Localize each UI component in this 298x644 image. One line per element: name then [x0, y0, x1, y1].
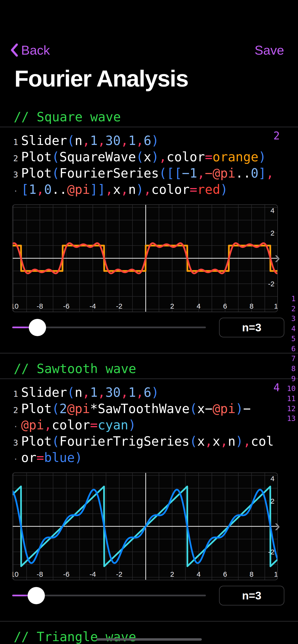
n-slider[interactable]	[12, 587, 206, 604]
slider-thumb[interactable]	[29, 319, 46, 336]
code-line[interactable]: ·@pi,color=cyan)	[0, 418, 298, 434]
code-token: ,	[205, 434, 213, 448]
back-button[interactable]: Back	[10, 43, 50, 58]
code-token: ]	[258, 166, 266, 180]
line-number: 2	[13, 151, 21, 166]
code-token: *	[90, 401, 98, 416]
svg-text:2: 2	[170, 570, 174, 578]
margin-line-number: 4	[287, 324, 295, 334]
code-token: ,	[159, 150, 167, 164]
svg-text:-4: -4	[89, 570, 96, 578]
result-count-badge: 4	[273, 382, 280, 394]
code-token: )	[152, 133, 159, 148]
code-token: x	[197, 434, 205, 448]
line-number: 1	[13, 387, 21, 401]
axis-drag-handle-icon[interactable]: ›	[274, 249, 280, 266]
code-token: 1	[29, 182, 37, 197]
home-indicator[interactable]	[96, 638, 202, 641]
code-token: n	[128, 182, 136, 197]
code-token: −	[243, 401, 251, 416]
code-token: ,	[243, 434, 251, 448]
line-number: 2	[13, 403, 21, 418]
back-label: Back	[21, 43, 50, 58]
code-token: 1	[128, 133, 136, 148]
code-token: x	[197, 401, 205, 416]
code-token: 6	[144, 385, 152, 400]
margin-line-number: 11	[287, 394, 295, 404]
n-slider[interactable]	[12, 319, 206, 336]
code-line[interactable]: 1Slider(n,1,30,1,6)	[0, 385, 298, 401]
notebook-sections: // Square wave21Slider(n,1,30,1,6)2Plot(…	[0, 108, 298, 644]
code-token: ,	[121, 133, 128, 148]
section-divider	[0, 353, 298, 354]
code-token: (	[136, 150, 144, 164]
code-token: ]]	[90, 182, 105, 197]
svg-text:-6: -6	[63, 570, 70, 578]
code-token: Plot	[21, 401, 52, 416]
line-number: 3	[13, 168, 21, 182]
code-token: n	[75, 385, 82, 400]
code-token: )	[136, 182, 144, 197]
svg-text:10: 10	[274, 302, 277, 310]
code-line[interactable]: 2Plot(2@pi*SawToothWave(x−@pi)−	[0, 401, 298, 418]
code-token: ,	[105, 182, 113, 197]
code-token: (	[52, 401, 60, 416]
code-editor-square-wave: 21Slider(n,1,30,1,6)2Plot(SquareWave(x),…	[0, 127, 298, 198]
code-token: ,	[136, 133, 144, 148]
slider-thumb[interactable]	[28, 587, 45, 604]
slider-value-box[interactable]: n=3	[219, 586, 284, 606]
code-token: (	[67, 385, 75, 400]
code-token: Plot	[21, 166, 52, 180]
code-token: Slider	[21, 133, 67, 148]
code-line[interactable]: ·or=blue)	[0, 450, 298, 466]
svg-text:6: 6	[223, 302, 227, 310]
code-token: )	[220, 182, 228, 197]
code-token: color	[152, 182, 190, 197]
axis-drag-handle-icon[interactable]: ›	[274, 517, 280, 534]
code-line[interactable]: 3Plot(FourierSeries([[−1,−@pi..0],	[0, 166, 298, 182]
margin-line-number: 13	[287, 414, 295, 424]
code-token: 1	[90, 385, 98, 400]
code-token: −@pi	[205, 166, 236, 180]
code-token: ,	[98, 133, 105, 148]
slider-value-box[interactable]: n=3	[219, 318, 284, 337]
code-line[interactable]: 1Slider(n,1,30,1,6)	[0, 133, 298, 150]
margin-line-number: 6	[287, 344, 295, 354]
code-token: (	[159, 166, 167, 180]
code-token: 30	[105, 133, 121, 148]
code-line[interactable]: 2Plot(SquareWave(x),color=orange)	[0, 150, 298, 166]
code-line[interactable]: 3Plot(FourierTrigSeries(x,x,n),col	[0, 434, 298, 450]
save-button[interactable]: Save	[255, 43, 284, 58]
page-title: Fourier Analysis	[14, 65, 188, 92]
code-token: SawToothWave	[98, 401, 190, 416]
margin-line-number: 10	[287, 384, 295, 394]
code-line[interactable]: ·[1,0..@pi]],x,n),color=red)	[0, 182, 298, 198]
line-number: 1	[13, 135, 21, 150]
margin-line-number: 2	[287, 304, 295, 314]
section-square-wave: // Square wave21Slider(n,1,30,1,6)2Plot(…	[0, 108, 298, 337]
code-token: 1	[128, 385, 136, 400]
code-token: or	[21, 450, 37, 465]
code-token: )	[75, 450, 82, 465]
margin-line-number: 8	[287, 364, 295, 374]
code-token: orange	[213, 150, 258, 164]
code-token: ,	[98, 385, 105, 400]
margin-line-number: 12	[287, 404, 295, 414]
svg-text:10: 10	[274, 570, 277, 578]
svg-text:-6: -6	[63, 302, 70, 310]
svg-text:8: 8	[249, 570, 254, 578]
plot-canvas-square-wave[interactable]: -10-8-6-4-224681042-2	[12, 204, 278, 312]
code-token: ,	[82, 385, 90, 400]
section-comment: // Square wave	[14, 108, 298, 127]
plot-canvas-sawtooth-wave[interactable]: -10-8-6-4-224681042-2	[12, 472, 278, 580]
code-token: FourierSeries	[60, 166, 159, 180]
code-token: n	[75, 133, 82, 148]
code-token: col	[251, 434, 274, 448]
svg-text:8: 8	[249, 302, 254, 310]
code-token: ,	[121, 182, 128, 197]
code-token: ,	[220, 434, 228, 448]
svg-text:-10: -10	[13, 302, 19, 310]
code-token: x	[213, 434, 220, 448]
nav-bar: Back Save	[10, 43, 284, 58]
svg-text:4: 4	[270, 474, 274, 482]
